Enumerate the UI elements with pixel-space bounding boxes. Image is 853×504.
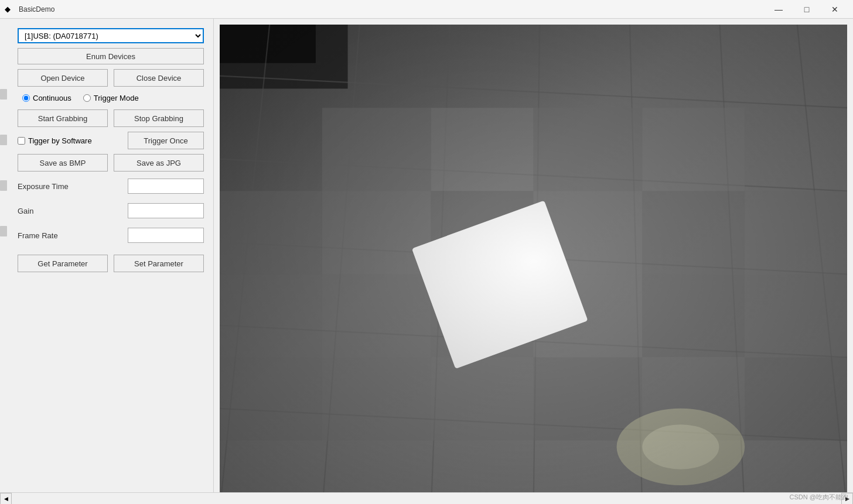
save-row: Save as BMP Save as JPG bbox=[18, 154, 204, 172]
trigger-software-row: Tigger by Software Trigger Once bbox=[18, 132, 204, 149]
scroll-left-button[interactable]: ◀ bbox=[0, 493, 12, 505]
open-close-row: Open Device Close Device bbox=[18, 69, 204, 87]
continuous-label: Continuous bbox=[33, 94, 71, 102]
stop-grabbing-button[interactable]: Stop Grabbing bbox=[114, 109, 204, 127]
close-device-button[interactable]: Close Device bbox=[114, 69, 204, 87]
gain-input[interactable] bbox=[128, 203, 204, 218]
exposure-time-row: Exposure Time bbox=[18, 176, 204, 196]
minimize-button[interactable]: — bbox=[765, 1, 792, 18]
svg-rect-41 bbox=[220, 25, 847, 498]
continuous-radio-label[interactable]: Continuous bbox=[22, 94, 71, 102]
maximize-button[interactable]: □ bbox=[793, 1, 820, 18]
side-indicator-1 bbox=[0, 89, 7, 100]
bottom-bar: ◀ ▶ bbox=[0, 492, 853, 504]
gain-label: Gain bbox=[18, 207, 33, 215]
gain-row: Gain bbox=[18, 201, 204, 221]
title-bar-controls: — □ ✕ bbox=[765, 1, 848, 18]
save-bmp-button[interactable]: Save as BMP bbox=[18, 154, 108, 172]
title-bar-left: ◆ BasicDemo bbox=[5, 5, 54, 14]
save-jpg-button[interactable]: Save as JPG bbox=[114, 154, 204, 172]
side-indicator-4 bbox=[0, 226, 7, 236]
open-device-button[interactable]: Open Device bbox=[18, 69, 108, 87]
side-indicator-2 bbox=[0, 135, 7, 145]
parameter-row: Get Parameter Set Parameter bbox=[18, 255, 204, 272]
tigger-by-software-label[interactable]: Tigger by Software bbox=[18, 136, 123, 145]
grabbing-row: Start Grabbing Stop Grabbing bbox=[18, 109, 204, 127]
left-panel: [1]USB: (DA0718771) Enum Devices Open De… bbox=[0, 19, 214, 504]
continuous-radio[interactable] bbox=[22, 94, 30, 102]
exposure-time-label: Exposure Time bbox=[18, 182, 69, 191]
close-button[interactable]: ✕ bbox=[821, 1, 848, 18]
enum-devices-button[interactable]: Enum Devices bbox=[18, 48, 204, 64]
trigger-mode-radio[interactable] bbox=[83, 94, 91, 102]
frame-rate-input[interactable] bbox=[128, 228, 204, 243]
camera-feed bbox=[220, 25, 847, 498]
trigger-mode-label: Trigger Mode bbox=[94, 94, 139, 102]
title-bar: ◆ BasicDemo — □ ✕ bbox=[0, 0, 853, 19]
tigger-by-software-checkbox[interactable] bbox=[18, 137, 25, 145]
frame-rate-row: Frame Rate bbox=[18, 225, 204, 245]
device-select[interactable]: [1]USB: (DA0718771) bbox=[18, 28, 204, 43]
mode-radio-row: Continuous Trigger Mode bbox=[18, 91, 204, 105]
image-area bbox=[220, 25, 847, 498]
set-parameter-button[interactable]: Set Parameter bbox=[114, 255, 204, 272]
trigger-once-button[interactable]: Trigger Once bbox=[128, 132, 204, 149]
watermark: CSDN @吃肉不能跑 bbox=[790, 493, 848, 502]
title-bar-title: BasicDemo bbox=[19, 5, 54, 13]
side-indicator-3 bbox=[0, 180, 7, 191]
trigger-mode-radio-label[interactable]: Trigger Mode bbox=[83, 94, 139, 102]
right-panel bbox=[214, 19, 853, 504]
frame-rate-label: Frame Rate bbox=[18, 231, 58, 240]
start-grabbing-button[interactable]: Start Grabbing bbox=[18, 109, 108, 127]
app-icon: ◆ bbox=[5, 5, 14, 14]
enum-devices-row: Enum Devices bbox=[18, 48, 204, 64]
tigger-by-software-text: Tigger by Software bbox=[28, 136, 92, 145]
get-parameter-button[interactable]: Get Parameter bbox=[18, 255, 108, 272]
exposure-time-input[interactable] bbox=[128, 179, 204, 194]
device-selector-row: [1]USB: (DA0718771) bbox=[18, 28, 204, 43]
window-content: [1]USB: (DA0718771) Enum Devices Open De… bbox=[0, 19, 853, 504]
